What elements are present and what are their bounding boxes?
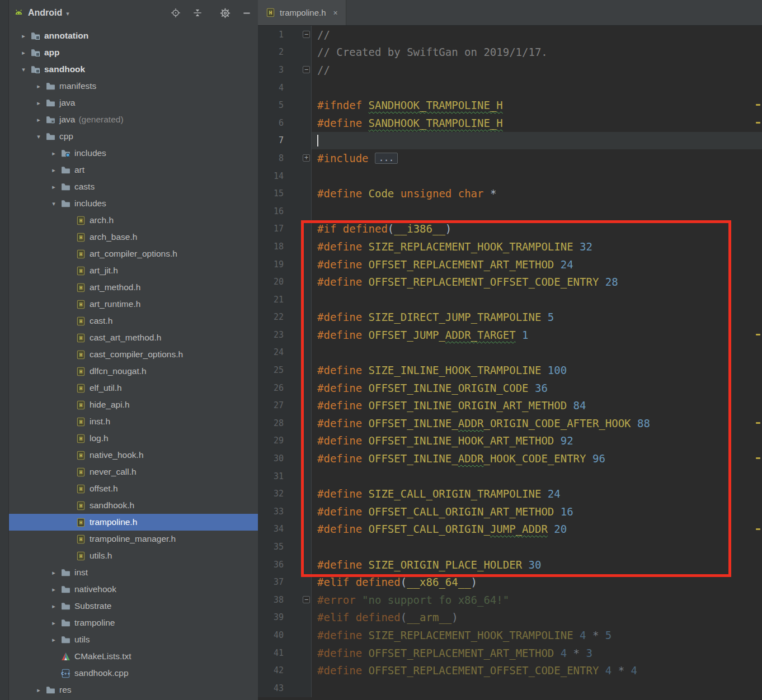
gutter[interactable]: 19 [258,256,312,273]
close-icon[interactable]: × [333,8,338,17]
code-line-37[interactable]: 37#elif defined(__x86_64__) [258,573,762,591]
code-line-17[interactable]: 17#if defined(__i386__) [258,220,762,238]
tree-item-sandhook-cpp[interactable]: C++sandhook.cpp [9,665,258,682]
typo-stripe-mark[interactable] [756,457,760,459]
gutter[interactable]: 14 [258,167,312,185]
tree-item-cpp[interactable]: ▾cpp [9,128,258,145]
gutter[interactable]: 22 [258,309,312,327]
typo-stripe-mark[interactable] [756,104,760,106]
gutter[interactable]: 27 [258,396,312,414]
gutter[interactable]: 8+ [258,149,312,167]
fold-collapse-icon[interactable]: − [303,596,310,603]
tree-item-cmakelists-txt[interactable]: CMakeLists.txt [9,648,258,665]
tree-item-offset-h[interactable]: Hoffset.h [9,480,258,497]
chevron-right-icon[interactable]: ▸ [32,83,45,90]
code-line-41[interactable]: 41#define OFFSET_REPLACEMENT_ART_METHOD … [258,644,762,662]
code-line-21[interactable]: 21 [258,291,762,309]
code-line-3[interactable]: 3−// [258,61,762,79]
fold-collapse-icon[interactable]: − [303,66,310,73]
code-line-20[interactable]: 20#define OFFSET_REPLACEMENT_OFFSET_CODE… [258,273,762,291]
code-line-26[interactable]: 26#define OFFSET_INLINE_ORIGIN_CODE 36 [258,379,762,397]
tree-item-art[interactable]: ▸art [9,162,258,178]
gutter[interactable]: 42 [258,661,312,679]
tree-item-art-runtime-h[interactable]: Hart_runtime.h [9,296,258,313]
tree-item-trampoline[interactable]: ▸trampoline [9,614,258,631]
code-line-35[interactable]: 35 [258,538,762,556]
code-line-5[interactable]: 5#ifndef SANDHOOK_TRAMPOLINE_H [258,96,762,114]
tree-item-hide-api-h[interactable]: Hhide_api.h [9,396,258,413]
tree-item-trampoline-manager-h[interactable]: Htrampoline_manager.h [9,531,258,547]
tree-item-cast-h[interactable]: Hcast.h [9,313,258,329]
gutter[interactable]: 43 [258,679,312,697]
code-line-40[interactable]: 40#define SIZE_REPLACEMENT_HOOK_TRAMPOLI… [258,626,762,644]
chevron-right-icon[interactable]: ▸ [47,619,60,627]
code-editor[interactable]: 1−//2// Created by SwiftGan on 2019/1/17… [258,26,762,700]
chevron-right-icon[interactable]: ▸ [47,150,60,157]
code-line-16[interactable]: 16 [258,202,762,220]
gutter[interactable]: 7 [258,132,312,150]
tree-item-cast-art-method-h[interactable]: Hcast_art_method.h [9,329,258,346]
tree-item-dlfcn-nougat-h[interactable]: Hdlfcn_nougat.h [9,363,258,380]
tab-trampoline-h[interactable]: H trampoline.h × [258,0,346,25]
gutter[interactable]: 15 [258,185,312,202]
project-view-selector[interactable]: Android ▾ [13,7,69,18]
chevron-right-icon[interactable]: ▸ [32,116,45,124]
code-line-15[interactable]: 15#define Code unsigned char * [258,185,762,202]
gutter[interactable]: 18 [258,238,312,256]
code-line-39[interactable]: 39#elif defined(__arm__) [258,609,762,627]
code-line-29[interactable]: 29#define OFFSET_INLINE_HOOK_ART_METHOD … [258,432,762,450]
typo-stripe-mark[interactable] [756,334,760,335]
tree-item-java[interactable]: ▸java [9,94,258,111]
tree-item-inst[interactable]: ▸inst [9,564,258,581]
gutter[interactable]: 3− [258,61,312,79]
code-line-42[interactable]: 42#define OFFSET_REPLACEMENT_OFFSET_CODE… [258,661,762,679]
code-line-31[interactable]: 31 [258,467,762,485]
chevron-right-icon[interactable]: ▸ [47,569,60,576]
code-line-25[interactable]: 25#define SIZE_INLINE_HOOK_TRAMPOLINE 10… [258,361,762,379]
code-line-8[interactable]: 8+#include ... [258,149,762,167]
tree-item-sandhook[interactable]: ▾sandhook [9,61,258,78]
code-line-36[interactable]: 36#define SIZE_ORIGIN_PLACE_HOLDER 30 [258,556,762,574]
tree-item-java[interactable]: ▸java(generated) [9,111,258,128]
typo-stripe-mark[interactable] [756,422,760,424]
gutter[interactable]: 36 [258,556,312,574]
typo-stripe-mark[interactable] [756,122,760,124]
typo-stripe-mark[interactable] [756,528,760,530]
tree-item-arch-h[interactable]: Harch.h [9,212,258,229]
code-line-33[interactable]: 33#define OFFSET_CALL_ORIGIN_ART_METHOD … [258,503,762,521]
chevron-right-icon[interactable]: ▸ [17,49,30,56]
code-line-24[interactable]: 24 [258,344,762,362]
gutter[interactable]: 17 [258,220,312,238]
tree-item-substrate[interactable]: ▸Substrate [9,598,258,614]
code-line-6[interactable]: 6#define SANDHOOK_TRAMPOLINE_H [258,114,762,132]
code-line-18[interactable]: 18#define SIZE_REPLACEMENT_HOOK_TRAMPOLI… [258,238,762,256]
tree-item-utils[interactable]: ▸utils [9,631,258,648]
tree-item-never-call-h[interactable]: Hnever_call.h [9,463,258,480]
gutter[interactable]: 37 [258,573,312,591]
tree-item-includes[interactable]: ▾includes [9,195,258,212]
fold-collapse-icon[interactable]: − [303,31,310,38]
chevron-right-icon[interactable]: ▸ [47,167,60,174]
gutter[interactable]: 39 [258,609,312,627]
chevron-right-icon[interactable]: ▸ [47,183,60,191]
gutter[interactable]: 23 [258,326,312,344]
chevron-down-icon[interactable]: ▾ [17,66,30,73]
tree-item-includes[interactable]: ▸includes [9,145,258,162]
tree-item-log-h[interactable]: Hlog.h [9,430,258,447]
gutter[interactable]: 20 [258,273,312,291]
tree-item-art-jit-h[interactable]: Hart_jit.h [9,262,258,279]
tree-item-elf-util-h[interactable]: Helf_util.h [9,380,258,396]
tree-item-manifests[interactable]: ▸manifests [9,78,258,94]
left-tool-window-stripe[interactable] [0,0,9,700]
chevron-right-icon[interactable]: ▸ [32,100,45,107]
tree-item-cast-compiler-options-h[interactable]: Hcast_compiler_options.h [9,346,258,363]
code-line-23[interactable]: 23#define OFFSET_JUMP_ADDR_TARGET 1 [258,326,762,344]
tree-item-utils-h[interactable]: Hutils.h [9,547,258,564]
code-line-22[interactable]: 22#define SIZE_DIRECT_JUMP_TRAMPOLINE 5 [258,309,762,327]
gutter[interactable]: 33 [258,503,312,521]
code-line-19[interactable]: 19#define OFFSET_REPLACEMENT_ART_METHOD … [258,256,762,273]
chevron-down-icon[interactable]: ▾ [32,133,45,140]
code-line-1[interactable]: 1−// [258,26,762,44]
collapse-all-icon[interactable] [192,7,203,18]
gutter[interactable]: 16 [258,202,312,220]
